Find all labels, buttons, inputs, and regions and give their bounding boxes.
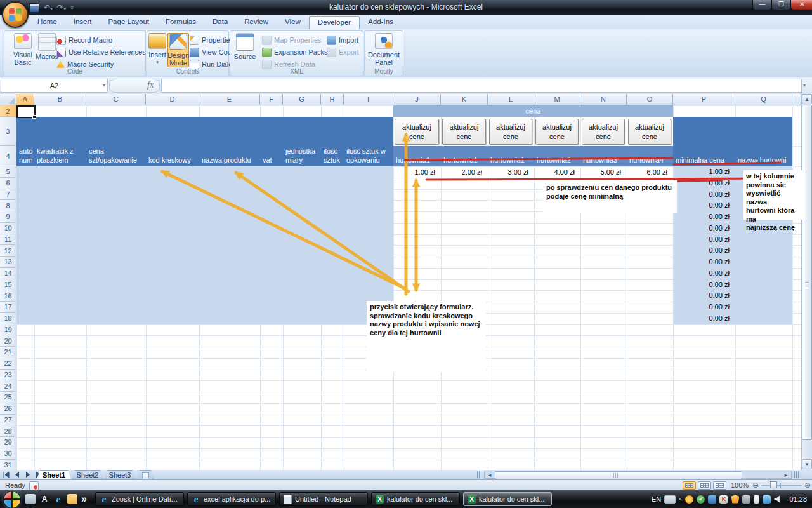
quick-launch-overflow-icon[interactable]: » xyxy=(81,493,87,505)
row-header-14[interactable]: 14 xyxy=(0,268,16,279)
cell-P16[interactable]: 0.00 zł xyxy=(673,290,735,302)
row-header-24[interactable]: 24 xyxy=(0,380,16,392)
qat-customize-icon[interactable]: ▿ xyxy=(70,4,74,11)
restore-button[interactable]: ❒ xyxy=(771,0,791,10)
cell-P9[interactable]: 0.00 zł xyxy=(673,211,735,223)
name-box[interactable]: A2▾ xyxy=(1,79,108,93)
column-header-E[interactable]: E xyxy=(199,94,260,105)
row-header-11[interactable]: 11 xyxy=(0,234,16,246)
taskbar-button-1[interactable]: eZoosk | Online Datin... xyxy=(95,492,184,506)
aktualizuj-cene-button-6[interactable]: aktualizuj cene xyxy=(628,119,671,145)
aktualizuj-cene-button-5[interactable]: aktualizuj cene xyxy=(582,119,625,145)
row-header-9[interactable]: 9 xyxy=(0,211,16,223)
sheet-tab-sheet3[interactable]: Sheet3 xyxy=(104,470,136,479)
undo-icon[interactable]: ↶▾ xyxy=(44,3,53,12)
scroll-right-icon[interactable]: ► xyxy=(783,472,789,478)
normal-view-button[interactable] xyxy=(683,481,696,490)
use-relative-references-button[interactable]: Use Relative References xyxy=(56,46,146,58)
tray-monitor-icon[interactable] xyxy=(742,495,750,504)
row-header-12[interactable]: 12 xyxy=(0,245,16,257)
row-header-15[interactable]: 15 xyxy=(0,279,16,291)
tab-page-layout[interactable]: Page Layout xyxy=(100,15,157,29)
source-button[interactable]: Source xyxy=(232,33,258,66)
cell-P11[interactable]: 0.00 zł xyxy=(673,234,735,246)
taskbar-button-4[interactable]: Xkalulator do cen skl... xyxy=(371,492,460,506)
aktualizuj-cene-button-1[interactable]: aktualizuj cene xyxy=(395,119,439,145)
minimize-button[interactable]: — xyxy=(752,0,772,10)
tray-pc-icon[interactable] xyxy=(708,495,716,504)
cell-P6[interactable]: 0.00 zł xyxy=(673,178,735,189)
tray-battery-icon[interactable] xyxy=(754,495,759,504)
show-desktop-icon[interactable] xyxy=(25,494,36,504)
cell-P14[interactable]: 0.00 zł xyxy=(673,268,735,279)
page-break-view-button[interactable] xyxy=(713,481,726,490)
formula-input[interactable] xyxy=(161,79,802,93)
row-header-23[interactable]: 23 xyxy=(0,370,16,381)
column-header-O[interactable]: O xyxy=(627,94,673,105)
column-header-J[interactable]: J xyxy=(393,94,441,105)
tray-collapse-icon[interactable]: < xyxy=(679,496,682,502)
column-header-N[interactable]: N xyxy=(580,94,627,105)
macro-record-icon[interactable] xyxy=(29,481,39,490)
cell-P12[interactable]: 0.00 zł xyxy=(673,245,735,257)
tab-review[interactable]: Review xyxy=(236,15,277,29)
column-header-Q[interactable]: Q xyxy=(735,94,792,105)
column-header-P[interactable]: P xyxy=(673,94,735,105)
quick-launch-a-icon[interactable]: A xyxy=(39,494,49,504)
cell-P13[interactable]: 0.00 zł xyxy=(673,257,735,268)
row-header-30[interactable]: 30 xyxy=(0,448,16,460)
scrollbar-split-handle[interactable] xyxy=(794,471,799,478)
row-header-26[interactable]: 26 xyxy=(0,403,16,415)
tray-network-icon[interactable] xyxy=(763,495,771,504)
column-header-F[interactable]: F xyxy=(260,94,283,105)
next-sheet-icon[interactable] xyxy=(23,471,32,479)
row-header-29[interactable]: 29 xyxy=(0,437,16,448)
zoom-level[interactable]: 100% xyxy=(731,481,749,489)
record-macro-button[interactable]: Record Macro xyxy=(56,34,112,46)
aktualizuj-cene-button-3[interactable]: aktualizuj cene xyxy=(489,119,532,145)
tray-check-icon[interactable]: ✓ xyxy=(697,495,705,504)
row-header-27[interactable]: 27 xyxy=(0,415,16,426)
vertical-scrollbar[interactable]: ▲ ▼ xyxy=(801,94,812,470)
document-panel-button[interactable]: Document Panel xyxy=(367,33,401,66)
row-header-5[interactable]: 5 xyxy=(0,166,16,178)
column-header-M[interactable]: M xyxy=(534,94,580,105)
office-button[interactable] xyxy=(2,1,29,28)
tray-sun-icon[interactable] xyxy=(685,495,693,504)
taskbar-button-2[interactable]: eexcel aplikacja do p... xyxy=(187,492,276,506)
scroll-down-icon[interactable]: ▼ xyxy=(802,459,812,469)
vertical-scroll-thumb[interactable] xyxy=(802,105,812,440)
cell-J5[interactable]: 1.00 zł xyxy=(393,167,441,178)
selected-cell-a2[interactable] xyxy=(16,105,36,118)
cell-K5[interactable]: 2.00 zł xyxy=(441,167,488,178)
name-box-dropdown-icon[interactable]: ▾ xyxy=(103,79,105,92)
aktualizuj-cene-button-2[interactable]: aktualizuj cene xyxy=(442,119,486,145)
aktualizuj-cene-button-4[interactable]: aktualizuj cene xyxy=(535,119,579,145)
tray-shield-icon[interactable] xyxy=(731,495,739,504)
redo-icon[interactable]: ↷▾ xyxy=(57,3,66,12)
taskbar-button-5[interactable]: Xkalulator do cen skl... xyxy=(463,492,552,506)
design-mode-button[interactable]: Design Mode xyxy=(167,33,189,67)
horizontal-scroll-thumb[interactable] xyxy=(495,471,742,479)
first-sheet-icon[interactable] xyxy=(1,471,11,479)
start-button[interactable] xyxy=(3,491,21,508)
column-header-K[interactable]: K xyxy=(441,94,488,105)
import-button[interactable]: Import xyxy=(327,34,358,46)
row-header-2[interactable]: 2 xyxy=(0,105,17,117)
fx-icon[interactable]: fx xyxy=(147,80,154,90)
row-header-6[interactable]: 6 xyxy=(0,178,16,189)
tab-home[interactable]: Home xyxy=(29,15,65,29)
row-header-22[interactable]: 22 xyxy=(0,358,16,370)
select-all-corner[interactable] xyxy=(0,94,16,105)
close-button[interactable]: ✕ xyxy=(790,0,812,10)
cell-P8[interactable]: 0.00 zł xyxy=(673,200,735,211)
sheet-tab-sheet2[interactable]: Sheet2 xyxy=(72,470,103,479)
column-header-A[interactable]: A xyxy=(16,94,34,106)
note-form-button[interactable]: przycisk otwierający formularz. sprawdza… xyxy=(367,301,486,372)
cell-P17[interactable]: 0.00 zł xyxy=(673,302,735,313)
properties-button[interactable]: Properties xyxy=(190,34,233,46)
formula-bar-expand-icon[interactable]: ▾ xyxy=(803,83,806,88)
cell-L5[interactable]: 3.00 zł xyxy=(488,167,534,178)
cell-P18[interactable]: 0.00 zł xyxy=(673,313,735,324)
row-header-10[interactable]: 10 xyxy=(0,223,16,234)
